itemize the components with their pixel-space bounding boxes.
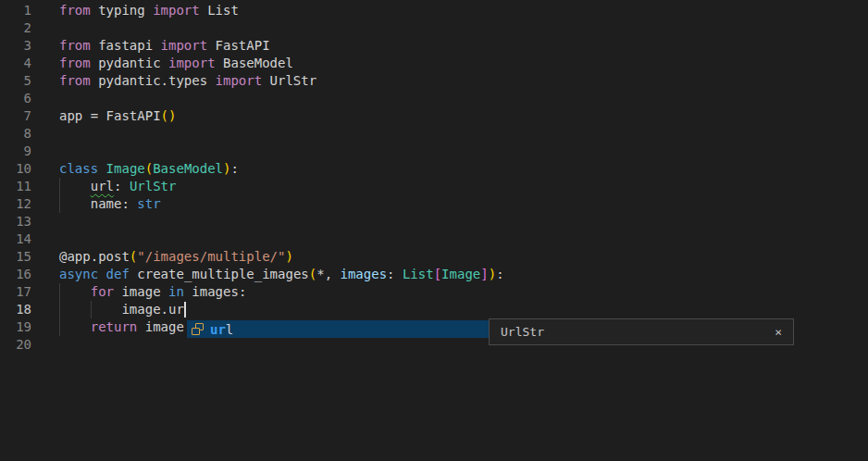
code-line[interactable]: async def create_multiple_images(*, imag… xyxy=(31,266,868,283)
code-token: ( xyxy=(309,267,316,281)
line-number[interactable]: 19 xyxy=(0,318,31,336)
code-token: : xyxy=(114,179,130,193)
code-token: class xyxy=(59,161,98,176)
suggestion-label: url xyxy=(210,322,233,337)
code-line[interactable] xyxy=(31,90,868,107)
code-token xyxy=(59,284,91,299)
code-token: Image xyxy=(106,161,145,176)
code-line[interactable]: app = FastAPI() xyxy=(31,107,868,125)
code-line[interactable]: name: str xyxy=(31,195,868,213)
close-icon[interactable]: × xyxy=(775,326,782,338)
code-token: @app.post xyxy=(59,249,130,264)
code-line[interactable]: class Image(BaseModel): xyxy=(31,160,868,178)
editor-line: 9 xyxy=(0,143,868,160)
line-number[interactable]: 5 xyxy=(0,72,31,90)
line-number[interactable]: 18 xyxy=(0,301,31,318)
code-token: name: xyxy=(59,196,137,211)
code-token: app = FastAPI xyxy=(59,108,161,123)
code-token: [ xyxy=(434,267,441,281)
code-token: pydantic xyxy=(91,56,168,70)
code-line[interactable]: from typing import List xyxy=(31,2,868,19)
code-token: : xyxy=(387,267,403,281)
code-token: async xyxy=(59,267,98,281)
indent-guide xyxy=(91,301,92,318)
code-token: ] xyxy=(480,267,488,281)
field-icon xyxy=(192,323,205,335)
line-number[interactable]: 4 xyxy=(0,55,31,72)
line-number[interactable]: 12 xyxy=(0,195,31,213)
line-number[interactable]: 17 xyxy=(0,283,31,301)
suggestion-label-matched: ur xyxy=(210,322,226,337)
code-token: UrlStr xyxy=(130,179,177,193)
editor-line: 2 xyxy=(0,19,868,37)
code-token: : xyxy=(496,267,503,281)
code-line[interactable] xyxy=(31,19,868,37)
code-token xyxy=(59,319,91,334)
code-token: ( xyxy=(145,161,153,176)
indent-guide xyxy=(59,318,60,336)
code-token: for xyxy=(91,284,114,299)
code-token: image xyxy=(137,319,184,334)
line-number[interactable]: 2 xyxy=(0,19,31,37)
code-token: from xyxy=(59,3,91,18)
code-line[interactable]: image.ur xyxy=(31,301,868,318)
line-number[interactable]: 8 xyxy=(0,125,31,143)
indent-guide xyxy=(59,178,60,195)
editor-line: 3from fastapi import FastAPI xyxy=(0,37,868,55)
code-token: () xyxy=(161,108,177,123)
code-token xyxy=(98,267,105,281)
code-line[interactable]: for image in images: xyxy=(31,283,868,301)
code-token: *, xyxy=(316,267,340,281)
line-number[interactable]: 7 xyxy=(0,107,31,125)
editor-line: 14 xyxy=(0,230,868,248)
code-token: def xyxy=(106,267,130,281)
line-number[interactable]: 1 xyxy=(0,2,31,19)
code-token: images: xyxy=(184,284,246,299)
code-line[interactable]: @app.post("/images/multiple/") xyxy=(31,248,868,266)
editor-line: 5from pydantic.types import UrlStr xyxy=(0,72,868,90)
line-number[interactable]: 15 xyxy=(0,248,31,266)
code-token: images xyxy=(341,267,388,281)
code-token: from xyxy=(59,38,91,53)
code-line[interactable]: from pydantic.types import UrlStr xyxy=(31,72,868,90)
code-line[interactable]: from fastapi import FastAPI xyxy=(31,37,868,55)
code-token: image xyxy=(114,284,168,299)
editor-lines: 1from typing import List23from fastapi i… xyxy=(0,2,868,354)
editor-line: 12 name: str xyxy=(0,195,868,213)
line-number[interactable]: 13 xyxy=(0,213,31,230)
code-token: return xyxy=(91,319,138,334)
code-token: fastapi xyxy=(91,38,161,53)
line-number[interactable]: 16 xyxy=(0,266,31,283)
code-line[interactable] xyxy=(31,125,868,143)
code-token: in xyxy=(168,284,184,299)
line-number[interactable]: 3 xyxy=(0,37,31,55)
line-number[interactable]: 11 xyxy=(0,178,31,195)
editor-line: 10class Image(BaseModel): xyxy=(0,160,868,178)
code-token xyxy=(98,161,105,176)
code-line[interactable] xyxy=(31,230,868,248)
line-number[interactable]: 10 xyxy=(0,160,31,178)
code-line[interactable]: from pydantic import BaseModel xyxy=(31,55,868,72)
editor-line: 7app = FastAPI() xyxy=(0,107,868,125)
code-line[interactable] xyxy=(31,143,868,160)
code-token: ) xyxy=(285,249,292,264)
code-token: image.ur xyxy=(59,302,184,317)
code-token: ) xyxy=(489,267,496,281)
code-token: import xyxy=(161,38,208,53)
line-number[interactable]: 9 xyxy=(0,143,31,160)
code-token: BaseModel xyxy=(216,56,293,70)
suggestion-detail-text: UrlStr xyxy=(501,325,544,339)
code-token: : xyxy=(230,161,238,176)
code-line[interactable] xyxy=(31,213,868,230)
line-number[interactable]: 14 xyxy=(0,230,31,248)
code-token: typing xyxy=(91,3,153,18)
suggestion-item[interactable]: url xyxy=(187,320,489,338)
suggestion-detail-pane: UrlStr × xyxy=(489,318,794,345)
editor-line: 1from typing import List xyxy=(0,2,868,19)
editor-line: 17 for image in images: xyxy=(0,283,868,301)
code-token: from xyxy=(59,56,91,70)
line-number[interactable]: 6 xyxy=(0,90,31,107)
code-line[interactable]: url: UrlStr xyxy=(31,178,868,195)
line-number[interactable]: 20 xyxy=(0,336,31,354)
editor-line: 13 xyxy=(0,213,868,230)
